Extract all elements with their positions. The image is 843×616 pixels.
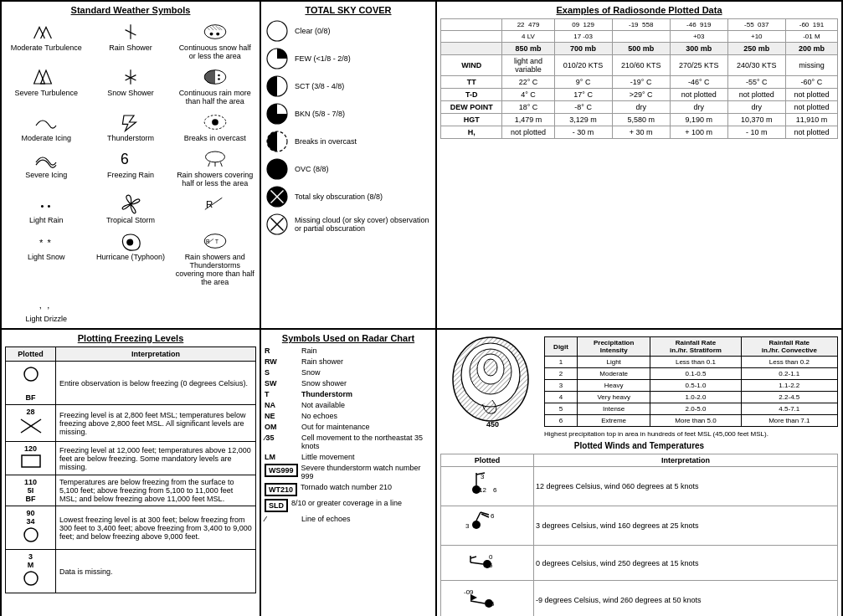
frz-rain-label: Freezing Rain [107, 171, 154, 179]
radar-S-desc: Snow [301, 368, 321, 377]
radiosonde-dew-row: DEW POINT 18° C -8° C dry dry dry not pl… [441, 101, 838, 114]
svg-point-63 [484, 359, 497, 376]
main-container: Standard Weather Symbols Moderate Turbul… [0, 0, 843, 616]
svg-line-25 [208, 162, 209, 167]
radar-R-desc: Rain [301, 346, 317, 355]
svg-text:•: • [41, 201, 44, 211]
precip-row-4: 4 Very heavy 1.0-2.0 2.2-4.5 [545, 392, 838, 403]
standard-symbols-panel: Standard Weather Symbols Moderate Turbul… [1, 1, 260, 329]
radar-T-desc: Thunderstorm [301, 390, 352, 398]
svg-text:‚: ‚ [48, 300, 50, 310]
radiosonde-hgt-row: HGT 1,479 m 3,129 m 5,580 m 9,190 m 10,3… [441, 114, 838, 126]
precip-note: Highest precipitation top in area in hun… [544, 430, 838, 438]
radar-NA-desc: Not available [301, 401, 345, 409]
radar-line: ∕ Line of echoes [265, 515, 432, 523]
radar-cell-mvmt: ∕35 Cell movement to the northeastat 35 … [265, 434, 432, 450]
cont-rain-half-label: Continuous rain more than half the area [175, 89, 254, 105]
freeze-text-bf: Entire observation is below freezing (0 … [56, 362, 256, 405]
precip-table-container: Digit PrecipitationIntensity Rainfall Ra… [544, 333, 838, 438]
svg-point-71 [472, 521, 481, 529]
radar-LM-code: LM [265, 453, 298, 461]
radar-R-code: R [265, 346, 298, 355]
sky-obscuration: Total sky obscuration (8/8) [265, 184, 432, 209]
sev-turb-symbol: Severe Turbulence [5, 64, 88, 107]
tropical-label: Tropical Storm [106, 216, 155, 224]
winds-interp-header: Interpretation [533, 454, 837, 467]
radar-line-code: ∕ [265, 515, 298, 523]
sky-breaks-label: Breaks in overcast [295, 137, 357, 146]
radar-symbols-panel: Symbols Used on Radar Chart R Rain RW Ra… [260, 329, 436, 616]
precip-diagram: 450 [440, 333, 541, 438]
breaks-label: Breaks in overcast [184, 134, 246, 142]
light-drizzle-symbol: ‚ ‚ Light Drizzle [5, 290, 88, 325]
sky-missing: Missing cloud (or sky cover) observation… [265, 212, 432, 237]
cont-snow-half-label: Continuous snow half or less the area [175, 44, 254, 60]
radar-items: R Rain RW Rain shower S Snow SW Snow sho… [265, 346, 432, 523]
freeze-text-28: Freezing level is at 2,800 feet MSL; tem… [56, 405, 256, 442]
svg-text:450: 450 [486, 420, 499, 429]
freeze-symbol-120: 120 [6, 442, 56, 475]
svg-point-20 [218, 78, 220, 80]
freeze-interp-header: Interpretation [56, 347, 256, 362]
freeze-text-90: Lowest freezing level is at 300 feet; be… [56, 506, 256, 550]
svg-text:6: 6 [489, 562, 493, 569]
radar-cell-mvmt-desc: Cell movement to the northeastat 35 knot… [301, 434, 432, 450]
sev-ice-symbol: Severe Icing [5, 146, 88, 189]
breaks-symbol: Breaks in overcast [173, 109, 256, 144]
svg-line-4 [207, 28, 209, 30]
mod-ice-label: Moderate Icing [22, 134, 72, 142]
radar-NA-code: NA [265, 401, 298, 409]
winds-title: Plotted Winds and Temperatures [440, 441, 838, 450]
radar-line-desc: Line of echoes [301, 515, 351, 523]
sky-bkn-label: BKN (5/8 - 7/8) [295, 110, 345, 118]
svg-text:5: 5 [491, 600, 495, 608]
svg-text:6: 6 [491, 512, 495, 520]
svg-point-9 [209, 33, 213, 36]
radar-S: S Snow [265, 368, 432, 377]
empty2 [90, 290, 172, 325]
freeze-text-3: Data is missing. [56, 550, 256, 593]
freeze-symbol-bf: BF [6, 362, 56, 405]
sky-cover-items: Clear (0/8) FEW (<1/8 - 2/8) SCT (3/8 - … [265, 18, 432, 237]
radiosonde-td-row: T-D 4° C 17° C >29° C not plotted not pl… [441, 89, 838, 101]
rain-shower-half-label: Rain showers covering half or less the a… [175, 171, 254, 187]
freeze-table: Plotted Interpretation BF Entire observa… [5, 346, 256, 593]
standard-symbols-title: Standard Weather Symbols [5, 5, 256, 15]
freeze-row-28: 28 Freezing level is at 2,800 feet MSL; … [6, 405, 256, 442]
radar-NE: NE No echoes [265, 412, 432, 420]
radar-right-top: 450 Digit PrecipitationIntensity Rainfal… [440, 333, 838, 438]
rain-shower-half-symbol: Rain showers covering half or less the a… [173, 146, 256, 189]
sky-sct: SCT (3/8 - 4/8) [265, 74, 432, 99]
freezing-levels-panel: Plotting Freezing Levels Plotted Interpr… [1, 329, 260, 616]
radiosonde-tt-row: TT 22° C 9° C -19° C -46° C -55° C -60° … [441, 76, 838, 89]
tstorm-label: Thunderstorm [107, 134, 154, 142]
svg-point-19 [218, 74, 220, 77]
precip-intensity-header: PrecipitationIntensity [578, 337, 650, 357]
radar-RW-desc: Rain shower [301, 357, 343, 366]
precip-strat-header: Rainfall Ratein./hr. Stratiform [650, 337, 741, 357]
sky-bkn: BKN (5/8 - 7/8) [265, 101, 432, 126]
radiosonde-table: 22 479 09 129 -19 558 -46 919 -55 037 -6… [440, 18, 838, 139]
precip-table: Digit PrecipitationIntensity Rainfall Ra… [544, 336, 838, 427]
sky-few: FEW (<1/8 - 2/8) [265, 46, 432, 71]
radar-R: R Rain [265, 346, 432, 355]
radar-OM: OM Out for maintenance [265, 423, 432, 431]
svg-point-56 [24, 528, 38, 542]
svg-line-5 [209, 27, 213, 30]
radar-right-panel: 450 Digit PrecipitationIntensity Rainfal… [436, 329, 842, 616]
radar-cell-mvmt-code: ∕35 [265, 434, 298, 442]
light-rain-symbol: • • Light Rain [5, 191, 88, 226]
freeze-row-120: 120 Freezing level at 12,000 feet; tempe… [6, 442, 256, 475]
cont-snow-half-symbol: Continuous snow half or less the area [173, 18, 256, 62]
radar-S-code: S [265, 368, 298, 377]
sky-clear: Clear (0/8) [265, 18, 432, 44]
light-rain-label: Light Rain [29, 216, 64, 224]
light-snow-label: Light Snow [28, 253, 65, 261]
precip-row-2: 2 Moderate 0.1-0.5 0.2-1.1 [545, 368, 838, 380]
winds-container: Plotted Winds and Temperatures Plotted I… [440, 441, 838, 616]
svg-line-84 [470, 601, 485, 603]
empty1: R [173, 191, 256, 226]
radar-RW-code: RW [265, 357, 298, 366]
freeze-row-3: 3 M Data is missing. [6, 550, 256, 593]
sky-few-label: FEW (<1/8 - 2/8) [295, 54, 351, 63]
